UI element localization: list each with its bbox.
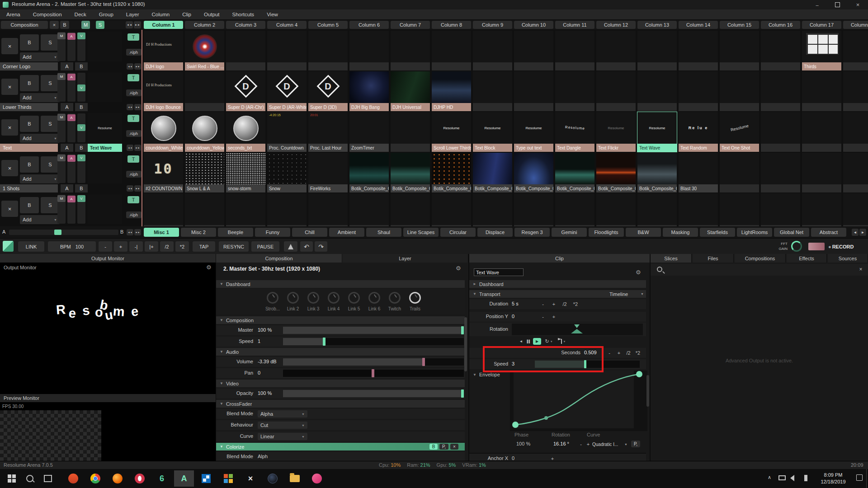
link-button[interactable]: LINK: [18, 241, 44, 252]
clip-thumbnail[interactable]: Resolume: [555, 112, 594, 144]
resync-button[interactable]: RESYNC: [219, 241, 249, 252]
layer-active-clip-name[interactable]: Text Wave: [88, 144, 122, 152]
clip-cell[interactable]: ResolumeText Flickr: [596, 112, 636, 152]
clip-thumbnail[interactable]: Resolume: [514, 112, 553, 144]
clip-name[interactable]: #2 COUNTDOWN: [144, 184, 183, 192]
clip-thumbnail[interactable]: [391, 153, 430, 184]
param-btn-[interactable]: +: [549, 301, 559, 307]
param-btn-plus[interactable]: +: [549, 455, 556, 461]
column-header-3[interactable]: Column 3: [226, 21, 265, 29]
clip-cell[interactable]: ResolumeType out text: [514, 112, 553, 152]
deck-tab-starfields[interactable]: Starfields: [700, 228, 735, 237]
column-header-6[interactable]: Column 6: [349, 21, 389, 29]
layer-next-clip-button[interactable]: ►►: [134, 185, 141, 192]
empty-clip-slot[interactable]: [349, 62, 389, 70]
layer-transition-button[interactable]: T: [127, 33, 139, 41]
layer-blend-dropdown[interactable]: Add▼: [20, 134, 60, 143]
taskbar-app-firefox[interactable]: [108, 470, 127, 487]
layer-clear-button[interactable]: ×: [1, 38, 18, 54]
empty-clip-slot[interactable]: [432, 62, 471, 70]
deck-tab-chill[interactable]: Chill: [292, 228, 327, 237]
column-prev-button[interactable]: ◄◄: [126, 21, 133, 28]
clip-thumbnail[interactable]: D: [226, 71, 265, 103]
clip-name[interactable]: Proc. Last Hour: [308, 144, 348, 152]
slider-handle[interactable]: [372, 369, 374, 377]
section-video[interactable]: ▼Video: [216, 380, 465, 387]
layer-clear-button[interactable]: ×: [1, 79, 18, 95]
empty-clip-slot[interactable]: [637, 62, 677, 70]
empty-clip-slot[interactable]: [555, 62, 594, 70]
param-slider[interactable]: [283, 338, 464, 345]
clip-name[interactable]: ZoomTimer: [349, 144, 389, 152]
taskbar-app-store[interactable]: [196, 470, 216, 487]
menu-group[interactable]: Group: [93, 12, 120, 17]
maximize-button[interactable]: [827, 0, 848, 9]
taskbar-app-chrome[interactable]: [85, 470, 105, 487]
bpm-btn-4[interactable]: /2: [160, 241, 174, 252]
clip-thumbnail[interactable]: [514, 153, 553, 184]
play-clip-button[interactable]: ▶: [533, 338, 541, 345]
bpm-btn-5[interactable]: *2: [175, 241, 189, 252]
empty-clip-slot[interactable]: [761, 184, 800, 192]
deck-tab-misc-1[interactable]: Misc 1: [144, 228, 179, 237]
clip-thumbnail[interactable]: [267, 153, 307, 184]
redo-button[interactable]: ↷: [315, 241, 327, 252]
menu-deck[interactable]: Deck: [68, 12, 93, 17]
layer-blend-dropdown[interactable]: Add▼: [20, 215, 60, 224]
deck-tab-displace[interactable]: Displace: [477, 228, 513, 237]
envelope-preset-button[interactable]: P,: [631, 441, 640, 447]
clip-thumbnail[interactable]: [473, 153, 512, 184]
layer-prev-clip-button[interactable]: ◄◄: [127, 63, 133, 70]
layer-a-slider-handle[interactable]: A: [67, 74, 75, 80]
clip-cell[interactable]: Snow L & A: [185, 153, 224, 192]
search-input[interactable]: [666, 266, 856, 274]
tray-pc-icon[interactable]: [778, 475, 786, 480]
deck-tab-b-w[interactable]: B&W: [626, 228, 661, 237]
dashboard-knob-strob[interactable]: [267, 292, 278, 304]
empty-clip-slot[interactable]: [391, 144, 430, 152]
param-btn-[interactable]: -: [538, 301, 548, 307]
menu-view[interactable]: View: [260, 12, 284, 17]
layer-a-slider[interactable]: A: [67, 32, 75, 61]
tab-composition[interactable]: Composition: [216, 254, 342, 263]
clip-name[interactable]: Botik_Composite_06: [555, 184, 594, 192]
empty-clip-slot[interactable]: [555, 103, 594, 111]
clip-name[interactable]: counddown_Yellow: [185, 144, 224, 152]
layer-crossfade-a[interactable]: A: [61, 62, 73, 70]
layer-v-slider-handle[interactable]: V: [77, 33, 85, 39]
tap-button[interactable]: TAP: [193, 241, 215, 252]
layer-clear-button[interactable]: ×: [1, 119, 18, 136]
deck-tab-resgen-3[interactable]: Resgen 3: [514, 228, 550, 237]
deck-tab-shaul[interactable]: Shaul: [366, 228, 401, 237]
layer-m-slider-handle[interactable]: M: [57, 33, 66, 39]
param-btn-2[interactable]: *2: [571, 301, 580, 307]
tab-slices[interactable]: Slices: [651, 254, 692, 263]
param-btn-[interactable]: -: [538, 314, 548, 320]
empty-clip-slot[interactable]: [802, 103, 841, 111]
clip-thumbnail[interactable]: Resolume: [720, 112, 759, 144]
taskbar-app-resolume[interactable]: A: [174, 470, 194, 487]
clip-cell[interactable]: DJ H ProductionsDJH logo: [144, 31, 183, 70]
clip-cell[interactable]: DJ H ProductionsDJH logo Bounce: [144, 71, 183, 111]
clip-name[interactable]: Snow L & A: [185, 184, 224, 192]
clip-cell[interactable]: Botik_Composite_02: [391, 153, 430, 192]
layer-transition-button[interactable]: T: [127, 74, 139, 81]
deck-tab-beeple[interactable]: Beeple: [218, 228, 253, 237]
deck-tab-misc-2[interactable]: Misc 2: [181, 228, 216, 237]
colorize-bypass-button[interactable]: B: [429, 444, 438, 450]
seconds-btn-0[interactable]: -: [605, 350, 614, 356]
column-header-15[interactable]: Column 15: [720, 21, 759, 29]
param-value[interactable]: 0: [512, 314, 538, 320]
empty-clip-slot[interactable]: [308, 62, 348, 70]
clip-name-input[interactable]: Text Wave: [474, 268, 524, 276]
layer-crossfade-a[interactable]: A: [61, 184, 73, 192]
layer-m-slider[interactable]: M: [57, 154, 66, 183]
clip-cell[interactable]: Botik_Composite_06: [555, 153, 594, 192]
empty-clip-slot[interactable]: [761, 144, 800, 152]
clip-cell[interactable]: Swirl Red - Blue ...: [185, 31, 224, 70]
metronome-button[interactable]: [284, 241, 297, 252]
column-header-16[interactable]: Column 16: [761, 21, 800, 29]
clip-cell[interactable]: -4:20:15Proc. Countdown: [267, 112, 307, 152]
menu-clip[interactable]: Clip: [176, 12, 198, 17]
layer-transition-button[interactable]: T: [127, 115, 139, 122]
